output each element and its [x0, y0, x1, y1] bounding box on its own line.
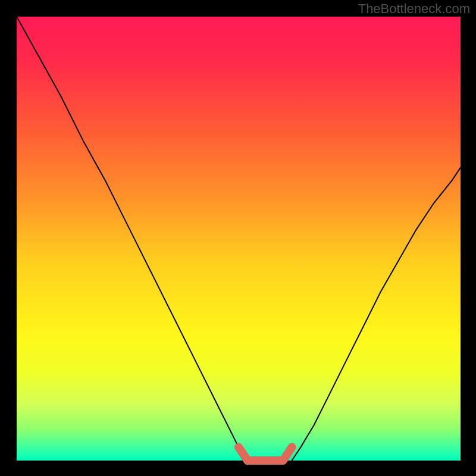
- bottleneck-chart: [0, 0, 476, 476]
- chart-frame: TheBottleneck.com: [0, 0, 476, 476]
- plot-background: [17, 17, 461, 461]
